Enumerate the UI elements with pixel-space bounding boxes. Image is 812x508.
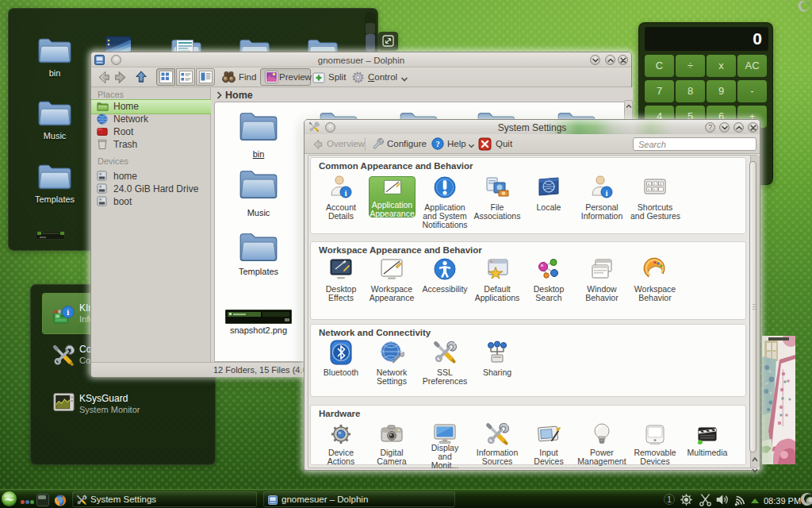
svg-text:?: ?: [435, 140, 439, 148]
svg-text:s: s: [654, 183, 656, 186]
svg-text:x: x: [654, 188, 656, 191]
svg-text:z: z: [648, 188, 649, 191]
svg-text:a: a: [648, 183, 649, 186]
svg-text:i: i: [67, 307, 69, 317]
svg-text:d: d: [660, 183, 661, 186]
